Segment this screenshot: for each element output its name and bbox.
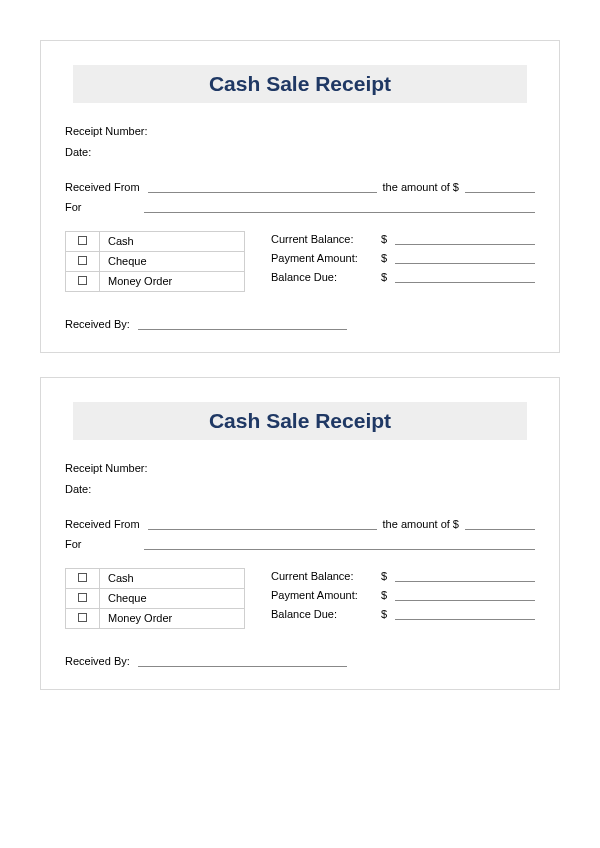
amount-field[interactable] [465,179,535,193]
received-from-label: Received From [65,181,148,193]
checkbox-cell[interactable] [66,568,100,588]
current-balance-field[interactable] [395,568,535,582]
meta-block: Receipt Number: Date: [65,121,535,163]
title-bar: Cash Sale Receipt [73,402,527,440]
balance-row: Balance Due: $ [271,606,535,620]
payment-method-label: Cheque [100,588,245,608]
received-by-label: Received By: [65,655,138,667]
balance-due-label: Balance Due: [271,271,381,283]
balances-block: Current Balance: $ Payment Amount: $ Bal… [271,231,535,288]
amount-of-label: the amount of $ [377,181,465,193]
payment-method-table: Cash Cheque Money Order [65,568,245,629]
payment-method-label: Cheque [100,251,245,271]
received-from-field[interactable] [148,516,377,530]
checkbox-cell[interactable] [66,231,100,251]
date-label: Date: [65,142,535,163]
receipt-number-label: Receipt Number: [65,121,535,142]
payment-method-label: Cash [100,231,245,251]
checkbox-icon [78,593,87,602]
table-row: Money Order [66,271,245,291]
table-row: Cheque [66,588,245,608]
for-row: For [65,536,535,550]
receipt-title: Cash Sale Receipt [73,409,527,433]
checkbox-icon [78,573,87,582]
balance-due-field[interactable] [395,606,535,620]
received-by-field[interactable] [138,653,347,667]
amount-of-label: the amount of $ [377,518,465,530]
received-by-label: Received By: [65,318,138,330]
lower-block: Cash Cheque Money Order Current Balance:… [65,568,535,629]
checkbox-icon [78,256,87,265]
for-field[interactable] [144,199,536,213]
balance-row: Payment Amount: $ [271,587,535,601]
balance-row: Payment Amount: $ [271,250,535,264]
received-by-row: Received By: [65,653,347,667]
payment-amount-label: Payment Amount: [271,252,381,264]
meta-block: Receipt Number: Date: [65,458,535,500]
currency-symbol: $ [381,271,395,283]
receipt-number-label: Receipt Number: [65,458,535,479]
receipt-title: Cash Sale Receipt [73,72,527,96]
checkbox-cell[interactable] [66,588,100,608]
payment-amount-field[interactable] [395,250,535,264]
payment-method-label: Money Order [100,608,245,628]
received-by-field[interactable] [138,316,347,330]
amount-field[interactable] [465,516,535,530]
for-label: For [65,538,90,550]
checkbox-icon [78,613,87,622]
balance-due-label: Balance Due: [271,608,381,620]
table-row: Cheque [66,251,245,271]
currency-symbol: $ [381,233,395,245]
balance-due-field[interactable] [395,269,535,283]
currency-symbol: $ [381,589,395,601]
title-bar: Cash Sale Receipt [73,65,527,103]
current-balance-label: Current Balance: [271,233,381,245]
checkbox-icon [78,276,87,285]
checkbox-cell[interactable] [66,271,100,291]
payment-method-table: Cash Cheque Money Order [65,231,245,292]
received-from-field[interactable] [148,179,377,193]
balance-row: Current Balance: $ [271,231,535,245]
received-from-label: Received From [65,518,148,530]
currency-symbol: $ [381,608,395,620]
checkbox-icon [78,236,87,245]
currency-symbol: $ [381,252,395,264]
checkbox-cell[interactable] [66,608,100,628]
received-by-row: Received By: [65,316,347,330]
payment-method-label: Cash [100,568,245,588]
for-label: For [65,201,90,213]
checkbox-cell[interactable] [66,251,100,271]
lower-block: Cash Cheque Money Order Current Balance:… [65,231,535,292]
current-balance-label: Current Balance: [271,570,381,582]
for-row: For [65,199,535,213]
received-from-row: Received From the amount of $ [65,179,535,193]
received-from-row: Received From the amount of $ [65,516,535,530]
for-field[interactable] [144,536,536,550]
balance-row: Balance Due: $ [271,269,535,283]
payment-method-label: Money Order [100,271,245,291]
current-balance-field[interactable] [395,231,535,245]
date-label: Date: [65,479,535,500]
balances-block: Current Balance: $ Payment Amount: $ Bal… [271,568,535,625]
table-row: Cash [66,568,245,588]
balance-row: Current Balance: $ [271,568,535,582]
receipt-card: Cash Sale Receipt Receipt Number: Date: … [40,40,560,353]
table-row: Money Order [66,608,245,628]
receipt-card: Cash Sale Receipt Receipt Number: Date: … [40,377,560,690]
table-row: Cash [66,231,245,251]
payment-amount-field[interactable] [395,587,535,601]
payment-amount-label: Payment Amount: [271,589,381,601]
currency-symbol: $ [381,570,395,582]
